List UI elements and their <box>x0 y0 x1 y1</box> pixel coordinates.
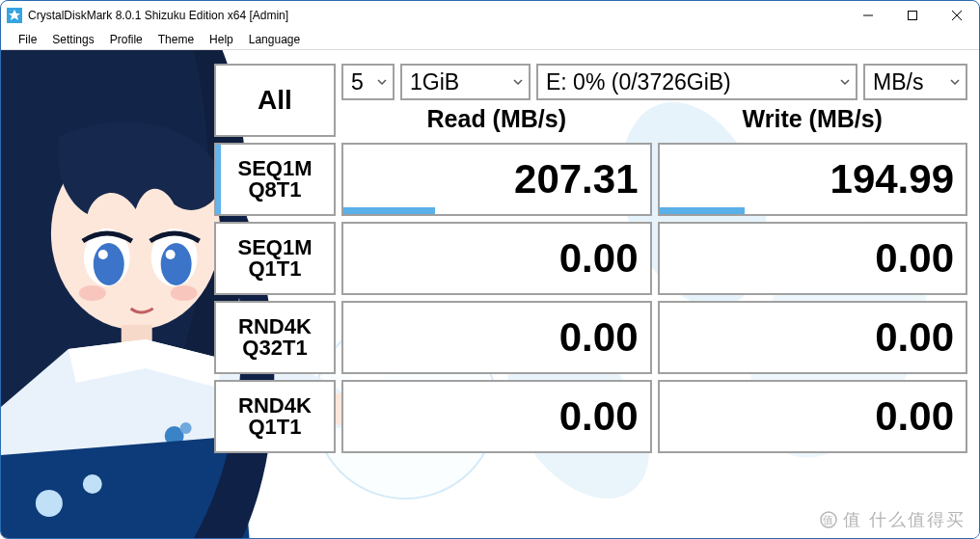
accent-bar <box>216 145 221 214</box>
chevron-down-icon <box>840 77 850 87</box>
svg-text:值: 值 <box>822 514 834 526</box>
title-bar: CrystalDiskMark 8.0.1 Shizuku Edition x6… <box>1 1 979 30</box>
write-value: 0.00 <box>875 393 954 440</box>
svg-rect-21 <box>122 325 152 352</box>
window-title: CrystalDiskMark 8.0.1 Shizuku Edition x6… <box>28 9 288 22</box>
menu-theme[interactable]: Theme <box>150 31 202 48</box>
chevron-down-icon <box>513 77 523 87</box>
maximize-button[interactable] <box>890 1 935 30</box>
row-label-line2: Q8T1 <box>248 179 301 201</box>
unit-value: MB/s <box>873 69 923 95</box>
write-value: 194.99 <box>830 156 954 202</box>
minimize-button[interactable] <box>846 1 890 30</box>
all-button-label: All <box>258 85 292 116</box>
svg-point-24 <box>143 486 158 501</box>
menu-file[interactable]: File <box>11 31 44 48</box>
row-button-seq1m-q1t1[interactable]: SEQ1M Q1T1 <box>214 222 336 295</box>
svg-point-26 <box>83 474 102 494</box>
read-cell: 207.31 <box>341 143 652 216</box>
unit-select[interactable]: MB/s <box>863 64 967 100</box>
all-button[interactable]: All <box>214 64 336 137</box>
read-cell: 0.00 <box>341 380 652 453</box>
write-cell: 0.00 <box>658 222 968 295</box>
row-label-line1: SEQ1M <box>237 237 312 258</box>
svg-point-18 <box>166 250 176 259</box>
svg-point-16 <box>161 243 192 285</box>
svg-point-13 <box>84 229 130 286</box>
svg-point-14 <box>151 229 198 286</box>
row-label-line2: Q32T1 <box>242 337 307 359</box>
svg-point-25 <box>36 490 63 517</box>
test-count-select[interactable]: 5 <box>341 64 395 100</box>
chevron-down-icon <box>950 77 960 87</box>
svg-point-15 <box>94 243 124 285</box>
drive-value: E: 0% (0/3726GiB) <box>546 69 731 95</box>
write-cell: 0.00 <box>658 301 968 374</box>
watermark-icon: 值 <box>820 511 837 528</box>
watermark-text: 值 什么值得买 <box>843 508 966 531</box>
menu-help[interactable]: Help <box>202 31 241 48</box>
progress-bar <box>660 207 746 214</box>
write-value: 0.00 <box>875 314 954 361</box>
app-window: CrystalDiskMark 8.0.1 Shizuku Edition x6… <box>0 0 980 539</box>
row-button-rnd4k-q32t1[interactable]: RND4K Q32T1 <box>214 301 336 374</box>
svg-point-22 <box>165 426 184 445</box>
row-button-seq1m-q8t1[interactable]: SEQ1M Q8T1 <box>214 143 336 216</box>
write-cell: 0.00 <box>658 380 968 453</box>
read-value: 0.00 <box>559 314 639 361</box>
result-row-rnd4k-q32t1: RND4K Q32T1 0.00 0.00 <box>214 301 967 374</box>
app-icon <box>7 8 22 23</box>
menu-settings[interactable]: Settings <box>44 31 101 48</box>
result-row-rnd4k-q1t1: RND4K Q1T1 0.00 0.00 <box>214 380 967 453</box>
row-label-line1: RND4K <box>238 395 312 417</box>
write-header: Write (MB/s) <box>658 100 968 137</box>
row-label-line2: Q1T1 <box>248 258 301 280</box>
svg-point-12 <box>51 137 221 330</box>
chevron-down-icon <box>377 77 387 87</box>
row-label-line1: SEQ1M <box>237 158 312 179</box>
read-value: 207.31 <box>514 156 638 202</box>
close-button[interactable] <box>935 1 979 30</box>
body: All 5 1GiB E: 0% (0/3726GiB) <box>1 50 979 539</box>
progress-bar <box>343 207 435 214</box>
read-value: 0.00 <box>559 235 639 282</box>
write-value: 0.00 <box>875 235 954 282</box>
svg-point-23 <box>180 422 192 434</box>
row-label-line1: RND4K <box>238 316 312 337</box>
svg-point-20 <box>171 285 198 301</box>
read-cell: 0.00 <box>341 301 652 374</box>
read-value: 0.00 <box>559 393 639 440</box>
row-button-rnd4k-q1t1[interactable]: RND4K Q1T1 <box>214 380 336 453</box>
result-row-seq1m-q8t1: SEQ1M Q8T1 207.31 194.99 <box>214 143 967 216</box>
drive-select[interactable]: E: 0% (0/3726GiB) <box>536 64 858 100</box>
menu-profile[interactable]: Profile <box>102 31 150 48</box>
test-size-select[interactable]: 1GiB <box>400 64 531 100</box>
watermark: 值 值 什么值得买 <box>820 508 966 531</box>
menu-bar: File Settings Profile Theme Help Languag… <box>1 30 979 49</box>
result-row-seq1m-q1t1: SEQ1M Q1T1 0.00 0.00 <box>214 222 967 295</box>
test-size-value: 1GiB <box>410 69 459 95</box>
svg-rect-2 <box>909 12 917 20</box>
test-count-value: 5 <box>351 69 364 95</box>
row-label-line2: Q1T1 <box>248 417 301 438</box>
write-cell: 194.99 <box>658 143 968 216</box>
benchmark-panel: All 5 1GiB E: 0% (0/3726GiB) <box>214 64 967 453</box>
svg-point-19 <box>79 285 106 301</box>
svg-point-17 <box>98 250 108 259</box>
read-header: Read (MB/s) <box>341 100 652 137</box>
menu-language[interactable]: Language <box>241 31 308 48</box>
read-cell: 0.00 <box>341 222 652 295</box>
